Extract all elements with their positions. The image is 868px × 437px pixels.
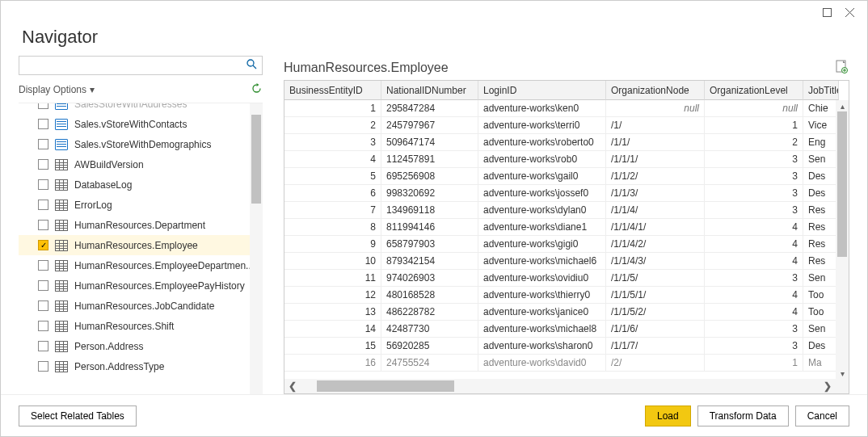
grid-cell[interactable]: 486228782 (381, 304, 478, 321)
scroll-left-arrow[interactable]: ❮ (284, 379, 301, 393)
column-header[interactable]: OrganizationLevel (705, 81, 803, 100)
search-box[interactable] (19, 56, 263, 75)
grid-cell[interactable]: 56920285 (381, 338, 478, 355)
grid-cell[interactable]: null (705, 100, 803, 117)
preview-options-icon[interactable] (836, 60, 848, 77)
tree-item[interactable]: ✓HumanResources.Employee (19, 235, 263, 255)
grid-cell[interactable]: adventure-works\gail0 (478, 168, 606, 185)
grid-cell[interactable]: Res (803, 236, 839, 253)
grid-cell[interactable]: 1 (705, 355, 803, 372)
grid-cell[interactable]: 3 (705, 151, 803, 168)
grid-cell[interactable]: 11 (284, 270, 381, 287)
grid-cell[interactable]: Sen (803, 151, 839, 168)
grid-cell[interactable]: adventure-works\michael6 (478, 253, 606, 270)
grid-cell[interactable]: adventure-works\janice0 (478, 304, 606, 321)
grid-cell[interactable]: Res (803, 253, 839, 270)
grid-cell[interactable]: adventure-works\ovidiu0 (478, 270, 606, 287)
checkbox[interactable] (38, 321, 48, 331)
grid-cell[interactable]: /2/ (606, 355, 705, 372)
grid-cell[interactable]: 112457891 (381, 151, 478, 168)
grid-cell[interactable]: 3 (284, 134, 381, 151)
grid-cell[interactable]: 2 (284, 117, 381, 134)
grid-cell[interactable]: 14 (284, 321, 381, 338)
grid-cell[interactable]: 998320692 (381, 185, 478, 202)
grid-cell[interactable]: 6 (284, 185, 381, 202)
checkbox[interactable] (38, 179, 48, 190)
grid-cell[interactable]: 974026903 (381, 270, 478, 287)
grid-cell[interactable]: 3 (705, 202, 803, 219)
grid-vscroll-thumb[interactable] (837, 111, 847, 257)
grid-cell[interactable]: 658797903 (381, 236, 478, 253)
grid-cell[interactable]: adventure-works\michael8 (478, 321, 606, 338)
column-header[interactable]: JobTitle (803, 81, 839, 100)
grid-cell[interactable]: 3 (705, 168, 803, 185)
grid-cell[interactable]: adventure-works\ken0 (478, 100, 606, 117)
grid-cell[interactable]: 3 (705, 270, 803, 287)
grid-cell[interactable]: 480168528 (381, 287, 478, 304)
data-grid[interactable]: BusinessEntityIDNationalIDNumberLoginIDO… (284, 81, 849, 372)
grid-cell[interactable]: 13 (284, 304, 381, 321)
grid-cell[interactable]: 245797967 (381, 117, 478, 134)
tree-scrollbar[interactable] (250, 103, 263, 394)
tree-item[interactable]: Sales.vStoreWithContacts (19, 114, 263, 134)
select-related-tables-button[interactable]: Select Related Tables (19, 405, 137, 426)
grid-cell[interactable]: Res (803, 219, 839, 236)
grid-cell[interactable]: adventure-works\sharon0 (478, 338, 606, 355)
scroll-right-arrow[interactable]: ❯ (820, 379, 836, 393)
grid-cell[interactable]: Eng (803, 134, 839, 151)
checkbox[interactable] (38, 361, 48, 372)
grid-cell[interactable]: 16 (284, 355, 381, 372)
grid-cell[interactable]: Too (803, 304, 839, 321)
grid-cell[interactable]: adventure-works\thierry0 (478, 287, 606, 304)
grid-cell[interactable]: 3 (705, 185, 803, 202)
grid-cell[interactable]: Sen (803, 321, 839, 338)
grid-cell[interactable]: null (606, 100, 705, 117)
grid-cell[interactable]: adventure-works\david0 (478, 355, 606, 372)
grid-cell[interactable]: /1/1/4/3/ (606, 253, 705, 270)
grid-cell[interactable]: /1/1/3/ (606, 185, 705, 202)
tree-item[interactable]: HumanResources.Department (19, 215, 263, 235)
refresh-icon[interactable] (251, 82, 263, 97)
checkbox[interactable] (38, 103, 48, 109)
scroll-up-arrow[interactable]: ▴ (836, 100, 849, 111)
checkbox[interactable] (38, 260, 48, 271)
tree-item[interactable]: HumanResources.EmployeePayHistory (19, 275, 263, 296)
grid-cell[interactable]: adventure-works\jossef0 (478, 185, 606, 202)
grid-cell[interactable]: /1/1/4/2/ (606, 236, 705, 253)
grid-cell[interactable]: /1/1/5/1/ (606, 287, 705, 304)
grid-cell[interactable]: Chie (803, 100, 839, 117)
column-header[interactable]: NationalIDNumber (381, 81, 478, 100)
transform-data-button[interactable]: Transform Data (697, 405, 789, 426)
grid-cell[interactable]: 134969118 (381, 202, 478, 219)
search-icon[interactable] (246, 59, 257, 72)
grid-cell[interactable]: adventure-works\rob0 (478, 151, 606, 168)
search-input[interactable] (26, 57, 246, 74)
grid-cell[interactable]: /1/1/4/1/ (606, 219, 705, 236)
grid-cell[interactable]: Des (803, 338, 839, 355)
grid-cell[interactable]: 3 (705, 321, 803, 338)
display-options-dropdown[interactable]: Display Options ▾ (19, 84, 95, 95)
tree-item[interactable]: AWBuildVersion (19, 154, 263, 174)
grid-cell[interactable]: /1/1/5/2/ (606, 304, 705, 321)
grid-cell[interactable]: 695256908 (381, 168, 478, 185)
grid-cell[interactable]: 5 (284, 168, 381, 185)
grid-cell[interactable]: Ma (803, 355, 839, 372)
grid-cell[interactable]: /1/1/6/ (606, 321, 705, 338)
grid-cell[interactable]: Res (803, 202, 839, 219)
checkbox[interactable] (38, 159, 48, 170)
grid-cell[interactable]: Des (803, 168, 839, 185)
grid-cell[interactable]: 24755524 (381, 355, 478, 372)
tree-scroll-thumb[interactable] (251, 115, 261, 204)
grid-cell[interactable]: 9 (284, 236, 381, 253)
grid-cell[interactable]: /1/1/7/ (606, 338, 705, 355)
grid-cell[interactable]: /1/ (606, 117, 705, 134)
grid-cell[interactable]: 4 (705, 219, 803, 236)
column-header[interactable]: BusinessEntityID (284, 81, 381, 100)
checkbox[interactable] (38, 220, 48, 230)
grid-cell[interactable]: 4 (705, 236, 803, 253)
checkbox[interactable] (38, 139, 48, 149)
tree-item[interactable]: SalesStoreWithAddresses (19, 103, 263, 114)
column-header[interactable]: OrganizationNode (606, 81, 705, 100)
grid-cell[interactable]: Vice (803, 117, 839, 134)
grid-cell[interactable]: 2 (705, 134, 803, 151)
